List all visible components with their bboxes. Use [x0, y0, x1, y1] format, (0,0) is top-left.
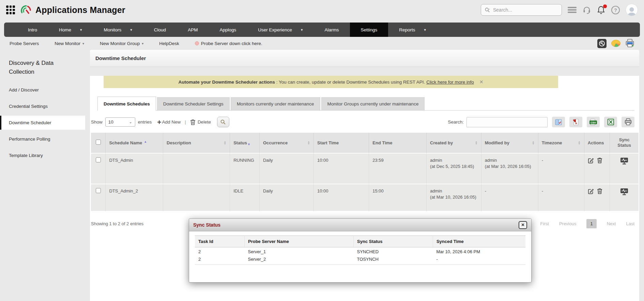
downtime-schedules-table: Schedule Name▲ Description▲▼ Status▼ Occ…: [91, 133, 639, 212]
col-timezone[interactable]: Timezone▲▼: [538, 133, 584, 154]
modal-title: Sync Status: [193, 222, 220, 228]
sidebar-item-credential-settings[interactable]: Credential Settings: [0, 99, 85, 113]
nav-cloud[interactable]: Cloud: [143, 23, 177, 37]
nav-apm[interactable]: APM: [177, 23, 209, 37]
entries-select[interactable]: 10 ⌄: [105, 117, 135, 127]
cell-probe-server-name: Server_2: [245, 255, 354, 265]
table-search-input[interactable]: [466, 117, 548, 127]
sort-asc-icon: ▲: [144, 140, 147, 143]
help-icon[interactable]: ?: [611, 5, 620, 15]
print-icon[interactable]: [625, 39, 634, 48]
sort-icon: ▲▼: [532, 141, 535, 145]
delete-button[interactable]: Delete: [190, 119, 211, 125]
nav-user-experience[interactable]: User Experience▾: [247, 23, 313, 37]
export-excel-icon[interactable]: [604, 117, 617, 127]
sidebar-item-performance-polling[interactable]: Performance Polling: [0, 132, 85, 146]
col-created-by[interactable]: Created by▲▼: [427, 133, 481, 154]
sidebar-item-template-library[interactable]: Template Library: [0, 148, 85, 162]
sync-row: 2 Server_2 TOSYNCH -: [195, 255, 525, 265]
col-end-time[interactable]: End Time: [369, 133, 427, 154]
nav-alarms[interactable]: Alarms: [314, 23, 350, 37]
add-new-button[interactable]: Add New: [162, 119, 181, 125]
banner-close-icon[interactable]: ✕: [479, 79, 484, 85]
edit-icon[interactable]: [588, 188, 594, 194]
nav-applogs[interactable]: Applogs: [209, 23, 247, 37]
probe-server-down-alert[interactable]: Probe Server down click here.: [195, 41, 262, 46]
print-export-icon[interactable]: [622, 117, 634, 127]
tab-downtime-schedules[interactable]: Downtime Schedules: [97, 97, 156, 111]
col-status[interactable]: Status▼: [230, 133, 260, 154]
page-first[interactable]: First: [540, 221, 549, 226]
chevron-down-icon: ▾: [142, 42, 143, 45]
page-last[interactable]: Last: [626, 221, 634, 226]
nav-home[interactable]: Home▾: [48, 23, 93, 37]
pagination: First Previous 1 Next Last: [540, 219, 634, 228]
col-schedule-name[interactable]: Schedule Name▲: [106, 133, 163, 154]
user-avatar[interactable]: [626, 4, 638, 16]
pie-chart-icon[interactable]: [611, 39, 621, 47]
svg-text:A: A: [575, 122, 577, 125]
applications-manager-logo-icon: [20, 4, 32, 16]
table-row: DTS_Admin RUNNING Daily 10:00 23:59 admi…: [91, 154, 639, 184]
row-checkbox[interactable]: [96, 157, 101, 162]
menu-icon[interactable]: [567, 6, 577, 13]
banner-more-info-link[interactable]: Click here for more info: [426, 80, 474, 85]
subnav-new-monitor-group[interactable]: New Monitor Group▾: [100, 41, 143, 46]
nav-reports[interactable]: Reports▾: [388, 23, 437, 37]
row-checkbox[interactable]: [96, 188, 101, 193]
export-csv-icon[interactable]: CSV: [587, 117, 600, 127]
global-search-input[interactable]: [493, 7, 548, 13]
cell-status: RUNNING: [230, 154, 260, 184]
modal-close-button[interactable]: ✕: [519, 221, 527, 229]
tab-monitors-under-maintenance[interactable]: Monitors currently under maintenance: [231, 97, 320, 110]
sidebar-item-add-discover[interactable]: Add / Discover: [0, 83, 85, 97]
screenshot-aperture-icon[interactable]: [597, 39, 607, 48]
notifications-bell-icon[interactable]: [597, 5, 605, 15]
nav-settings[interactable]: Settings: [350, 23, 388, 37]
delete-icon[interactable]: [597, 188, 602, 194]
app-title: Applications Manager: [35, 5, 125, 15]
app-grid-icon[interactable]: [6, 5, 15, 14]
global-search[interactable]: [481, 4, 562, 16]
tab-monitor-groups-under-maintenance[interactable]: Monitor Groups currently under maintenan…: [321, 97, 425, 110]
col-start-time[interactable]: Start Time: [314, 133, 369, 154]
col-modified-by[interactable]: Modified by▲▼: [481, 133, 538, 154]
sync-status-icon[interactable]: [620, 157, 628, 164]
cell-description: [163, 184, 230, 212]
subnav-new-monitor[interactable]: New Monitor▾: [55, 41, 84, 46]
cell-actions: [584, 154, 610, 184]
cell-synced-time: -: [433, 255, 525, 265]
nav-monitors[interactable]: Monitors▾: [93, 23, 143, 37]
export-pdf-icon[interactable]: A: [569, 117, 582, 127]
cell-task-id: 2: [195, 247, 245, 255]
col-actions: Actions: [584, 133, 610, 154]
table-row: DTS_Admin_2 IDLE Daily 10:00 15:00 admin…: [91, 184, 639, 212]
cell-modified-by: -: [481, 184, 538, 212]
table-search-toggle-button[interactable]: [217, 117, 229, 127]
cell-sync-status: [610, 154, 639, 184]
showing-entries-text: Showing 1 to 2 of 2 entries: [91, 221, 143, 226]
subnav-helpdesk[interactable]: HelpDesk: [159, 41, 179, 46]
col-description[interactable]: Description▲▼: [163, 133, 230, 154]
sync-status-icon[interactable]: [620, 188, 628, 195]
subnav-probe-servers[interactable]: Probe Servers: [10, 41, 39, 46]
tab-downtime-scheduler-settings[interactable]: Downtime Scheduler Settings: [157, 97, 230, 110]
sort-icon: ▲▼: [578, 141, 581, 145]
col-occurrence[interactable]: Occurrence▲▼: [260, 133, 314, 154]
nav-intro[interactable]: Intro: [17, 23, 48, 37]
select-all-checkbox[interactable]: [96, 140, 101, 145]
delete-icon[interactable]: [597, 157, 602, 163]
edit-icon[interactable]: [588, 157, 594, 163]
cell-sync-status: TOSYNCH: [354, 255, 433, 265]
alert-dot-icon: [195, 41, 199, 45]
sidebar-item-downtime-scheduler[interactable]: Downtime Scheduler: [0, 116, 85, 130]
modal-title-bar[interactable]: Sync Status ✕: [189, 219, 531, 231]
cell-timezone: -: [538, 184, 584, 212]
cell-status: IDLE: [230, 184, 260, 212]
page-current[interactable]: 1: [586, 219, 596, 228]
secondary-navigation: Probe Servers New Monitor▾ New Monitor G…: [0, 37, 644, 50]
support-headset-icon[interactable]: [582, 5, 591, 14]
page-previous[interactable]: Previous: [559, 221, 577, 226]
page-next[interactable]: Next: [607, 221, 616, 226]
report-view-icon[interactable]: [552, 117, 565, 127]
